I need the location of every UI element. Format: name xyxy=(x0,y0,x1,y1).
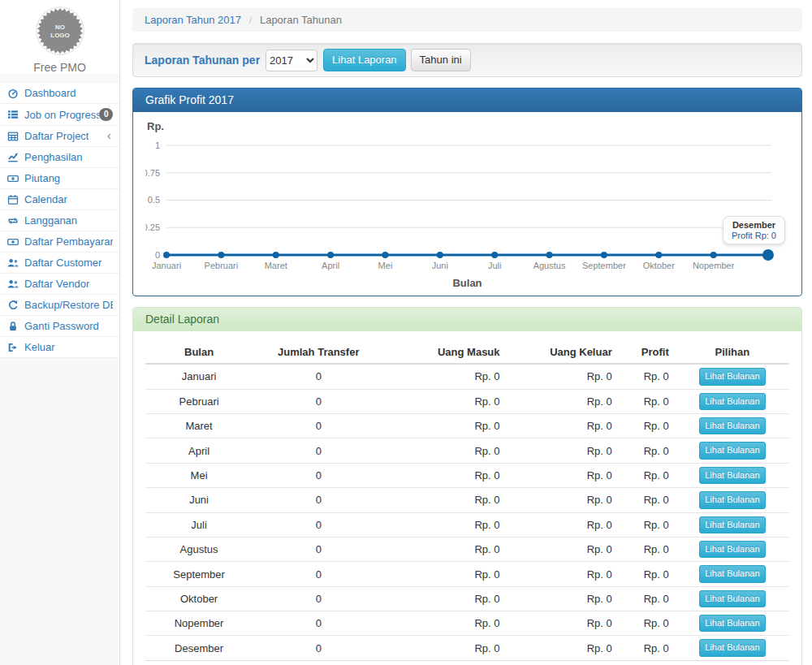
cell-jumlah_transfer: 0 xyxy=(253,586,384,611)
chart-x-tick-label: Maret xyxy=(265,261,287,270)
sidebar-item-backup-restore-db[interactable]: Backup/Restore DB xyxy=(0,295,119,316)
money-icon xyxy=(7,173,21,184)
chevron-left-icon xyxy=(106,132,113,140)
chart-point-mei[interactable] xyxy=(382,252,388,258)
table-row-oktober: Oktober0Rp. 0Rp. 0Rp. 0Lihat Bulanan xyxy=(145,586,789,611)
year-select[interactable]: 2017 xyxy=(266,50,317,71)
chart-point-juni[interactable] xyxy=(437,252,443,258)
cell-bulan: Desember xyxy=(145,636,253,660)
chart-x-tick-label: Agustus xyxy=(533,261,566,270)
sidebar-item-label: Dashboard xyxy=(24,87,76,99)
money-icon xyxy=(7,236,21,248)
sidebar-item-daftar-project[interactable]: Daftar Project xyxy=(0,126,119,147)
table-row-juni: Juni0Rp. 0Rp. 0Rp. 0Lihat Bulanan xyxy=(145,488,789,512)
chart-y-tick-label: 0 xyxy=(155,250,160,260)
chart-point-september[interactable] xyxy=(601,252,607,258)
lihat-bulanan-button-mei[interactable]: Lihat Bulanan xyxy=(699,467,765,484)
lihat-laporan-button[interactable]: Lihat Laporan xyxy=(323,49,406,71)
tahun-ini-button[interactable]: Tahun ini xyxy=(411,49,471,71)
lihat-bulanan-button-januari[interactable]: Lihat Bulanan xyxy=(699,368,765,385)
cell-profit: Rp. 0 xyxy=(619,512,676,537)
cell-uang_masuk: Rp. 0 xyxy=(384,438,506,463)
chart-x-axis-label: Bulan xyxy=(145,277,789,289)
cell-bulan: Maret xyxy=(145,413,253,438)
breadcrumb-link-laporan-tahun[interactable]: Laporan Tahun 2017 xyxy=(145,14,241,26)
sidebar-item-daftar-vendor[interactable]: Daftar Vendor xyxy=(0,274,119,295)
sidebar-item-piutang[interactable]: Piutang xyxy=(0,168,119,189)
lihat-bulanan-button-oktober[interactable]: Lihat Bulanan xyxy=(699,590,765,607)
no-logo-seal-icon: NOLOGO xyxy=(36,6,84,55)
lihat-bulanan-button-desember[interactable]: Lihat Bulanan xyxy=(699,639,765,656)
sidebar-item-label: Daftar Project xyxy=(24,130,89,142)
lihat-bulanan-button-agustus[interactable]: Lihat Bulanan xyxy=(699,541,765,558)
chart-tooltip-value: Profit Rp: 0 xyxy=(732,231,776,240)
lihat-bulanan-button-nopember[interactable]: Lihat Bulanan xyxy=(699,615,765,632)
cell-profit: Rp. 0 xyxy=(619,438,676,463)
breadcrumb-separator: / xyxy=(244,14,257,26)
cell-bulan: Pebruari xyxy=(145,389,253,413)
chart-point-agustus[interactable] xyxy=(546,252,553,258)
line-chart-icon xyxy=(7,152,21,163)
chart-point-april[interactable] xyxy=(327,252,334,258)
lihat-bulanan-button-juni[interactable]: Lihat Bulanan xyxy=(699,491,765,508)
chart-point-oktober[interactable] xyxy=(655,252,662,258)
lihat-bulanan-button-juli[interactable]: Lihat Bulanan xyxy=(699,516,765,533)
chart-point-desember[interactable] xyxy=(762,249,774,261)
sidebar-item-label: Backup/Restore DB xyxy=(24,299,113,311)
sidebar-item-calendar[interactable]: Calendar xyxy=(0,189,119,210)
cell-jumlah_transfer: 0 xyxy=(253,438,384,463)
table-row-mei: Mei0Rp. 0Rp. 0Rp. 0Lihat Bulanan xyxy=(145,463,789,487)
chart-x-tick-label: Oktober xyxy=(643,261,675,270)
table-row-maret: Maret0Rp. 0Rp. 0Rp. 0Lihat Bulanan xyxy=(145,413,789,438)
sidebar-item-langganan[interactable]: Langganan xyxy=(0,210,119,231)
sidebar-item-keluar[interactable]: Keluar xyxy=(0,337,119,358)
chart-y-axis-label: Rp. xyxy=(147,120,789,132)
chart-point-pebruari[interactable] xyxy=(218,252,224,258)
sidebar-item-job-on-progress[interactable]: Job on Progress0 xyxy=(0,104,119,126)
sidebar-item-ganti-password[interactable]: Ganti Password xyxy=(0,316,119,337)
cell-jumlah_transfer: 0 xyxy=(253,488,384,512)
table-row-desember: Desember0Rp. 0Rp. 0Rp. 0Lihat Bulanan xyxy=(145,636,789,660)
chart-point-nopember[interactable] xyxy=(710,252,717,258)
chart-point-maret[interactable] xyxy=(273,252,279,258)
cell-uang_keluar: Rp. 0 xyxy=(507,364,619,389)
chart-x-tick-label: Pebruari xyxy=(205,261,239,270)
sidebar-item-label: Keluar xyxy=(24,341,55,353)
sidebar-item-penghasilan[interactable]: Penghasilan xyxy=(0,147,119,168)
lihat-bulanan-button-april[interactable]: Lihat Bulanan xyxy=(699,442,765,459)
cell-jumlah_transfer: 0 xyxy=(253,389,384,413)
lihat-bulanan-button-september[interactable]: Lihat Bulanan xyxy=(699,565,765,582)
chart-tooltip-title: Desember xyxy=(732,220,776,230)
chart-x-tick-label: September xyxy=(582,261,626,270)
sidebar-item-daftar-customer[interactable]: Daftar Customer xyxy=(0,253,119,274)
cell-profit: Rp. 0 xyxy=(619,611,676,636)
table-row-september: September0Rp. 0Rp. 0Rp. 0Lihat Bulanan xyxy=(145,562,789,586)
lihat-bulanan-button-maret[interactable]: Lihat Bulanan xyxy=(699,417,765,434)
sidebar-item-dashboard[interactable]: Dashboard xyxy=(0,83,119,104)
cell-uang_keluar: Rp. 0 xyxy=(507,636,619,660)
total-cell-label: Total xyxy=(145,660,253,665)
cell-profit: Rp. 0 xyxy=(619,586,676,611)
cell-bulan: Juli xyxy=(145,512,253,537)
table-row-januari: Januari0Rp. 0Rp. 0Rp. 0Lihat Bulanan xyxy=(145,364,789,389)
cell-profit: Rp. 0 xyxy=(619,463,676,487)
sidebar-item-label: Job on Progress xyxy=(24,109,99,121)
cell-profit: Rp. 0 xyxy=(619,537,676,561)
sidebar-item-label: Piutang xyxy=(24,172,60,184)
sign-out-icon xyxy=(7,342,21,353)
cell-bulan: Nopember xyxy=(145,611,253,636)
cell-profit: Rp. 0 xyxy=(619,364,676,389)
chart-panel-title: Grafik Profit 2017 xyxy=(133,89,801,112)
cell-uang_masuk: Rp. 0 xyxy=(384,537,506,561)
table-row-april: April0Rp. 0Rp. 0Rp. 0Lihat Bulanan xyxy=(145,438,789,463)
cell-jumlah_transfer: 0 xyxy=(253,463,384,487)
chart-point-januari[interactable] xyxy=(163,252,170,258)
chart-point-juli[interactable] xyxy=(491,252,498,258)
cell-profit: Rp. 0 xyxy=(619,413,676,438)
table-row-pebruari: Pebruari0Rp. 0Rp. 0Rp. 0Lihat Bulanan xyxy=(145,389,789,413)
sidebar-item-daftar-pembayaran[interactable]: Daftar Pembayaran xyxy=(0,231,119,253)
cell-uang_masuk: Rp. 0 xyxy=(384,389,506,413)
lihat-bulanan-button-pebruari[interactable]: Lihat Bulanan xyxy=(699,393,765,410)
brand-name: Free PMO xyxy=(0,61,119,74)
cell-bulan: Juni xyxy=(145,488,253,512)
